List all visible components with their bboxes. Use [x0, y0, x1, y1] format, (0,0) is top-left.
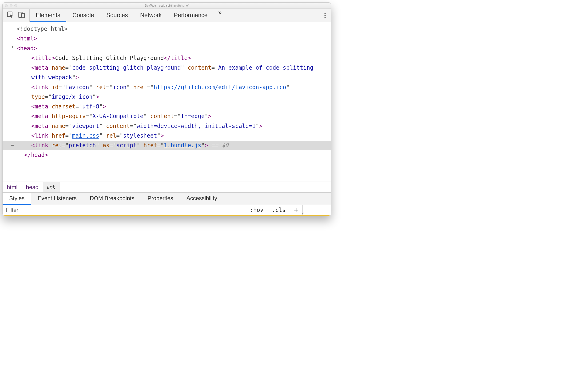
dom-line[interactable]: <meta name="code splitting glitch playgr… [2, 63, 331, 83]
tag-name: meta [35, 123, 48, 129]
tag-name: meta [35, 113, 48, 120]
tag-name: title [35, 55, 51, 61]
tag-name: title [170, 55, 188, 61]
attr-value: icon [113, 84, 126, 91]
attr-name: charset [52, 103, 76, 110]
tag-name: /head [27, 152, 44, 158]
styles-subtabs: Styles Event Listeners DOM Breakpoints P… [2, 193, 331, 205]
window-titlebar: DevTools - code-splitting.glitch.me/ [2, 2, 331, 9]
attr-value: utf-8 [82, 103, 99, 110]
svg-point-4 [325, 13, 326, 14]
crumb-link[interactable]: link [43, 182, 60, 192]
href-link[interactable]: https://glitch.com/edit/favicon-app.ico [154, 84, 286, 91]
attr-value: prefetch [69, 142, 96, 149]
more-tabs-icon[interactable]: » [213, 9, 226, 22]
breadcrumb: html head link [2, 182, 331, 193]
dom-line[interactable]: <meta charset="utf-8"> [2, 102, 331, 111]
crumb-head[interactable]: head [22, 182, 42, 192]
styles-filter-bar: :hov .cls + [2, 205, 331, 216]
dom-line[interactable]: <link id="favicon" rel="icon" href="http… [2, 83, 331, 102]
tab-performance[interactable]: Performance [168, 9, 213, 22]
tab-console[interactable]: Console [66, 9, 100, 22]
crumb-html[interactable]: html [2, 182, 22, 192]
attr-value: favicon [65, 84, 89, 91]
dom-line[interactable]: <title>Code Splitting Glitch Playground<… [2, 53, 331, 63]
attr-value: width=device-width, initial-scale=1 [137, 123, 256, 129]
tag-name: link [35, 142, 48, 149]
tab-network[interactable]: Network [134, 9, 168, 22]
dom-line[interactable]: <meta http-equiv="X-UA-Compatible" conte… [2, 111, 331, 121]
tab-elements[interactable]: Elements [30, 9, 66, 22]
box-model-preview [303, 205, 331, 215]
dom-line[interactable]: <html> [2, 34, 331, 43]
href-link[interactable]: 1.bundle.js [164, 142, 201, 149]
tag-name: link [35, 132, 48, 139]
svg-rect-2 [21, 14, 25, 18]
title-text: Code Splitting Glitch Playground [55, 55, 164, 61]
attr-name: content [106, 123, 130, 129]
expand-toggle-icon[interactable]: ▼ [12, 44, 13, 49]
href-link[interactable]: main.css [72, 132, 99, 139]
dom-line[interactable]: <!doctype html> [2, 24, 331, 34]
subtab-accessibility[interactable]: Accessibility [180, 193, 224, 205]
hov-button[interactable]: :hov [246, 205, 268, 215]
devtools-toolbar: Elements Console Sources Network Perform… [2, 9, 331, 22]
device-toggle-icon[interactable] [18, 11, 25, 20]
subtab-dom-breakpoints[interactable]: DOM Breakpoints [83, 193, 141, 205]
attr-value: IE=edge [181, 113, 205, 120]
elements-tree[interactable]: <!doctype html> <html> ▼<head> <title>Co… [2, 22, 331, 182]
selection-marker: == $0 [208, 142, 228, 149]
tag-name: link [35, 84, 48, 91]
dom-line-selected[interactable]: <link rel="prefetch" as="script" href="1… [2, 141, 331, 150]
attr-name: name [52, 64, 65, 71]
subtab-event-listeners[interactable]: Event Listeners [31, 193, 83, 205]
doctype-text: <!doctype html> [17, 26, 68, 32]
tag-name: head [20, 45, 34, 52]
tag-name: meta [35, 103, 48, 110]
attr-value: image/x-icon [52, 94, 92, 100]
attr-name: http-equiv [52, 113, 86, 120]
window-title: DevTools - code-splitting.glitch.me/ [2, 4, 331, 7]
svg-point-5 [325, 15, 326, 16]
attr-value: code splitting glitch playground [72, 64, 181, 71]
attr-value: X-UA-Compatible [92, 113, 144, 120]
dom-line[interactable]: <link href="main.css" rel="stylesheet"> [2, 131, 331, 141]
new-style-rule-button[interactable]: + [290, 205, 302, 215]
toolbar-icons [2, 9, 30, 22]
tag-name: meta [35, 64, 48, 71]
panel-tabs: Elements Console Sources Network Perform… [30, 9, 319, 22]
settings-menu-icon[interactable] [319, 9, 331, 22]
svg-point-6 [325, 17, 326, 18]
tab-sources[interactable]: Sources [100, 9, 134, 22]
dom-line[interactable]: <meta name="viewport" content="width=dev… [2, 121, 331, 131]
attr-value: script [116, 142, 137, 149]
attr-value: viewport [72, 123, 99, 129]
inspect-icon[interactable] [7, 11, 14, 20]
subtab-properties[interactable]: Properties [141, 193, 180, 205]
attr-name: content [188, 64, 211, 71]
dom-line[interactable]: ▼<head> [2, 44, 331, 53]
filter-input[interactable] [2, 205, 246, 215]
subtab-styles[interactable]: Styles [2, 193, 31, 205]
attr-name: content [150, 113, 174, 120]
tag-name: html [20, 35, 34, 42]
cls-button[interactable]: .cls [268, 205, 290, 215]
attr-name: name [52, 123, 65, 129]
attr-value: stylesheet [123, 132, 157, 139]
dom-line[interactable]: </head> [2, 150, 331, 160]
